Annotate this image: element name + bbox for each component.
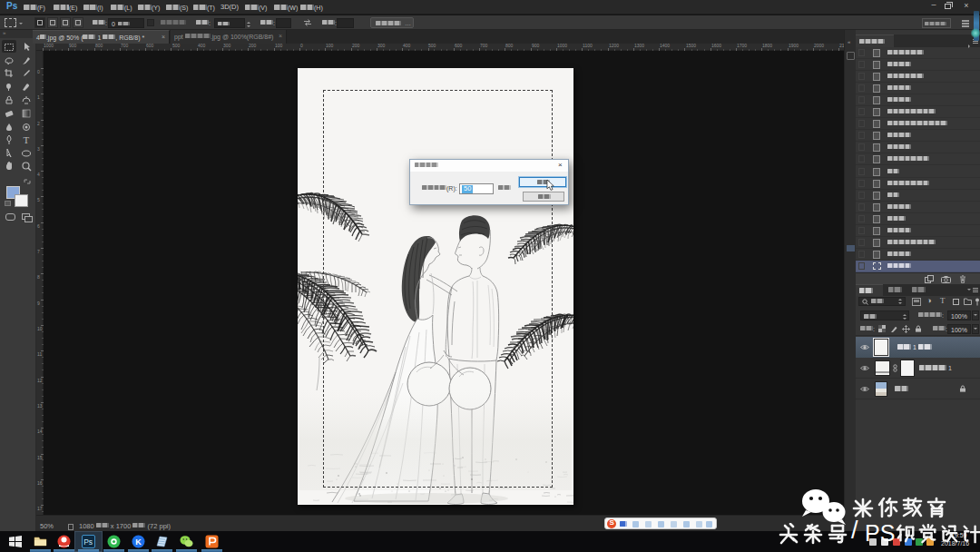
svg-text:K: K [135,537,142,547]
svg-text:Ps: Ps [83,537,93,547]
svg-text:T: T [24,134,30,145]
